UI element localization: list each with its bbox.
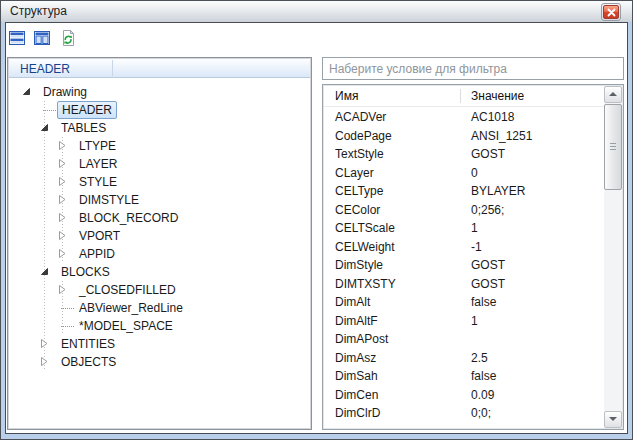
tree-item-dimstyle[interactable]: DIMSTYLE [10,191,309,209]
expander-collapsed-icon[interactable] [40,357,49,366]
expander-expanded-icon[interactable] [22,87,31,96]
tree-connector-line [44,209,45,227]
table-row-celtype[interactable]: CELTypeBYLAYER [324,182,604,201]
tree-item-drawing[interactable]: Drawing [10,83,309,101]
filter-box [322,57,624,80]
refresh-button[interactable] [59,29,77,47]
filter-input[interactable] [323,58,623,79]
table-row-dimalt[interactable]: DimAltfalse [324,293,604,312]
tree-item-label: TABLES [57,120,110,136]
scroll-down-button[interactable] [604,411,622,428]
tree-item-label: _CLOSEDFILLED [75,282,180,298]
table-row-dimtxsty[interactable]: DIMTXSTYGOST [324,275,604,294]
property-name: DimClrD [335,406,380,420]
structure-window: Структура [0,0,633,440]
table-row-dimcen[interactable]: DimCen0.09 [324,386,604,405]
property-name: CLayer [335,166,374,180]
split-horizontal-button[interactable] [8,29,26,47]
scroll-up-button[interactable] [604,86,622,103]
refresh-icon [59,29,77,47]
table-row-acadver[interactable]: ACADVerAC1018 [324,108,604,127]
tree-item-vport[interactable]: VPORT [10,227,309,245]
tree-connector-line [44,227,45,245]
table-row-codepage[interactable]: CodePageANSI_1251 [324,127,604,146]
tree-item-label: LTYPE [75,138,120,154]
property-name: DimAsz [335,351,376,365]
tree-item-tables[interactable]: TABLES [10,119,309,137]
table-row-cecolor[interactable]: CEColor0;256; [324,201,604,220]
tree-item-label: VPORT [75,228,124,244]
property-name: TextStyle [335,147,384,161]
expander-collapsed-icon[interactable] [58,159,67,168]
tree-connector-line [44,299,45,317]
window-title: Структура [10,4,67,18]
expander-collapsed-icon[interactable] [58,195,67,204]
tree-item-model-space[interactable]: *MODEL_SPACE [10,317,309,335]
property-value: 0;0; [471,406,491,420]
scrollbar-thumb[interactable] [604,104,622,190]
property-value: AC1018 [471,110,514,124]
split-vertical-button[interactable] [33,29,51,47]
column-header-value[interactable]: Значение [471,89,524,103]
tree-item-style[interactable]: STYLE [10,173,309,191]
property-value: GOST [471,277,505,291]
table-row-dimapost[interactable]: DimAPost [324,330,604,349]
tree-item-label: APPID [75,246,119,262]
property-value: 1 [471,221,478,235]
expander-collapsed-icon[interactable] [58,249,67,258]
table-row-clayer[interactable]: CLayer0 [324,164,604,183]
table-row-celtscale[interactable]: CELTScale1 [324,219,604,238]
expander-collapsed-icon[interactable] [40,339,49,348]
tree-item-ltype[interactable]: LTYPE [10,137,309,155]
client-area: HEADER DrawingHEADERTABLESLTYPELAYERSTYL… [5,22,628,434]
tree-item-abviewer-redline[interactable]: ABViewer_RedLine [10,299,309,317]
grid-header: Имя Значение [324,86,604,107]
property-name: CodePage [335,129,392,143]
title-bar[interactable]: Структура [1,1,632,22]
tree-panel-header-separator [112,60,113,76]
tree-item-appid[interactable]: APPID [10,245,309,263]
split-horizontal-icon [8,29,26,47]
tree-item-closedfilled[interactable]: _CLOSEDFILLED [10,281,309,299]
grid-rows: ACADVerAC1018CodePageANSI_1251TextStyleG… [324,108,604,428]
tree-item-header[interactable]: HEADER [10,101,309,119]
column-separator[interactable] [460,89,461,103]
tree-item-entities[interactable]: ENTITIES [10,335,309,353]
property-name: DimAltF [335,314,378,328]
expander-expanded-icon[interactable] [40,267,49,276]
property-name: CELType [335,184,383,198]
tree-item-label: Drawing [39,84,91,100]
tree-connector-tick [43,110,56,111]
property-name: DimStyle [335,258,383,272]
tree-panel-header-label: HEADER [20,62,70,76]
table-row-dimsah[interactable]: DimSahfalse [324,367,604,386]
column-header-name[interactable]: Имя [335,89,358,103]
property-name: CELWeight [335,240,395,254]
expander-collapsed-icon[interactable] [58,177,67,186]
expander-collapsed-icon[interactable] [58,213,67,222]
table-row-dimclrd[interactable]: DimClrD0;0; [324,404,604,423]
tree-item-block-record[interactable]: BLOCK_RECORD [10,209,309,227]
vertical-scrollbar[interactable] [604,86,622,428]
tree-item-layer[interactable]: LAYER [10,155,309,173]
table-row-textstyle[interactable]: TextStyleGOST [324,145,604,164]
table-row-dimstyle[interactable]: DimStyleGOST [324,256,604,275]
property-value: GOST [471,147,505,161]
table-row-dimasz[interactable]: DimAsz2.5 [324,349,604,368]
close-button[interactable] [601,3,621,21]
expander-collapsed-icon[interactable] [58,285,67,294]
tree-item-blocks[interactable]: BLOCKS [10,263,309,281]
expander-collapsed-icon[interactable] [58,231,67,240]
tree-item-objects[interactable]: OBJECTS [10,353,309,371]
property-name: DimAPost [335,332,388,346]
property-value: 0.09 [471,388,494,402]
table-row-dimaltf[interactable]: DimAltF1 [324,312,604,331]
expander-collapsed-icon[interactable] [58,141,67,150]
property-name: CELTScale [335,221,395,235]
tree-item-label: OBJECTS [57,354,120,370]
expander-expanded-icon[interactable] [40,123,49,132]
property-value: 1 [471,314,478,328]
tree-item-label: *MODEL_SPACE [75,318,177,334]
scroll-up-icon [609,92,617,96]
table-row-celweight[interactable]: CELWeight-1 [324,238,604,257]
